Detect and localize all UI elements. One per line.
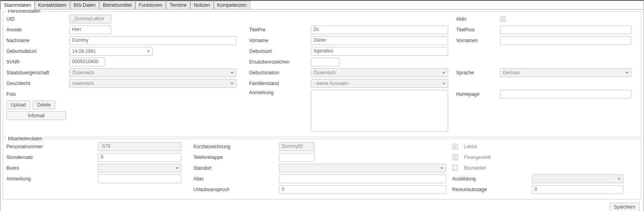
urlaubsanspruch-field[interactable]: 0 [279,185,446,194]
homepage-label: Homepage [456,91,500,97]
familienstand-label: Familienstand [249,81,311,86]
upload-button[interactable]: Upload [6,101,30,109]
bismelden-checkbox[interactable] [452,165,458,170]
anmerkung-label: Anmerkung [249,90,311,95]
personendaten-col1: UID _DummyLektor Anrede Herr Nachname Du… [6,15,237,134]
familienstand-value: --keine Auswahl-- [314,81,351,86]
mitarbeiterdaten-fieldset: Mitarbeiterdaten Personalnummer -579 Stu… [3,139,641,199]
vorname-field[interactable]: Dieter [311,36,448,45]
titelpost-label: TitelPost [456,27,500,33]
tab-label: Notizen [194,2,210,8]
anrede-field[interactable]: Herr [69,25,111,34]
resturlaubstage-label: Resturlaubstage [452,187,532,192]
personendaten-col3: Aktiv TitelPost Vornamen Sprache German [456,15,635,134]
uid-field: _DummyLektor [69,15,111,23]
infomail-button[interactable]: Infomail [6,111,66,120]
anmerkung-m-field[interactable] [98,174,181,183]
tab-label: BIS-Daten [74,2,96,8]
buero-field[interactable] [98,164,181,172]
mitarbeiter-col3: Lektor Fixangestellt Bismelden Ausbildun… [452,142,627,196]
sprache-value: German [503,70,520,75]
chevron-down-icon [617,178,621,180]
tab-label: Betriebsmittel [103,2,132,8]
urlaubsanspruch-label: Urlaubsanspruch [193,187,279,192]
geschlecht-field[interactable]: maennlich [69,79,236,88]
alias-label: Alias [193,176,279,182]
geburtsdatum-field[interactable]: 14.09.1981 [69,47,153,56]
titelpre-label: TitelPre [249,27,311,33]
vorname-label: Vorname [249,38,311,43]
chevron-down-icon [176,167,179,169]
kurzbezeichnung-field: DummyDi [279,142,315,151]
mitarbeiter-col2: Kurzbezeichnung DummyDi Telefonklappe St… [193,142,448,196]
bismelden-label: Bismelden [464,165,486,171]
nachname-label: Nachname [6,38,69,43]
stundensatz-field[interactable]: 0 [98,153,181,162]
tab-notizen[interactable]: Notizen [190,1,214,9]
personendaten-fieldset: Personendaten UID _DummyLektor Anrede He… [3,11,641,137]
fixangestellt-checkbox[interactable] [452,155,458,160]
standort-label: Standort [193,165,279,171]
homepage-field[interactable] [500,90,631,99]
geburtsort-label: Geburtsort [249,48,311,54]
tab-label: Kompetenzen [217,2,247,8]
ersatzkennzeichen-label: Ersatzkennzeichen [249,59,311,65]
tab-stammdaten[interactable]: Stammdaten [0,1,35,10]
tab-funktionen[interactable]: Funktionen [135,1,166,9]
titelpost-field[interactable] [500,25,631,34]
geschlecht-value: maennlich [72,81,94,86]
tab-label: Termine [170,2,187,8]
tab-label: Stammdaten [4,2,31,8]
tab-betriebsmittel[interactable]: Betriebsmittel [99,1,135,9]
tab-bisdaten[interactable]: BIS-Daten [70,1,99,9]
svnr-label: SVNR [6,59,69,65]
tab-kompetenzen[interactable]: Kompetenzen [214,1,250,9]
chevron-down-icon [442,72,445,74]
geburtsnation-field[interactable]: Österreich [311,68,448,77]
familienstand-field[interactable]: --keine Auswahl-- [311,79,448,88]
buero-label: Buero [6,165,98,171]
personalnummer-field: -579 [98,142,181,151]
resturlaubstage-field[interactable]: 0 [532,185,623,194]
ausbildung-label: Ausbildung [452,176,532,182]
staatsbuergerschaft-field[interactable]: Österreich [69,68,236,77]
tab-label: Kontaktdaten [38,2,66,8]
stundensatz-label: Stundensatz [6,155,98,160]
geburtsdatum-value: 14.09.1981 [72,48,96,54]
tab-termine[interactable]: Termine [166,1,190,9]
chevron-down-icon [440,167,443,169]
personendaten-col2: TitelPre Dr. Vorname Dieter Geburtsort I… [249,15,448,134]
lektor-checkbox[interactable] [452,144,458,149]
sprache-field[interactable]: German [500,68,631,77]
anmerkung-field[interactable] [311,90,448,132]
standort-field[interactable] [279,164,446,172]
aktiv-checkbox[interactable] [500,16,505,22]
mitarbeiterdaten-legend: Mitarbeiterdaten [6,136,44,141]
geburtsnation-label: Geburtsnation [249,70,311,75]
svnr-field[interactable]: 0005010400 [69,58,105,66]
vornamen-field[interactable] [500,36,631,45]
ersatzkennzeichen-field[interactable] [311,58,340,66]
ausbildung-field[interactable] [532,174,623,183]
staatsbuergerschaft-label: Staatsbuergerschaft [6,70,69,75]
tab-kontaktdaten[interactable]: Kontaktdaten [35,1,70,9]
telefonklappe-label: Telefonklappe [193,155,279,160]
chevron-down-icon [230,72,234,74]
delete-button[interactable]: Delete [33,101,55,109]
save-button[interactable]: Speichern [609,203,640,211]
anmerkung-m-label: Anmerkung [6,176,98,182]
save-row: Speichern [0,201,644,211]
anrede-label: Anrede [6,27,69,33]
tab-bar: Stammdaten Kontaktdaten BIS-Daten Betrie… [0,1,644,10]
titelpre-field[interactable]: Dr. [311,25,448,34]
geburtsort-field[interactable]: Irgendwo [311,47,448,56]
staatsbuergerschaft-value: Österreich [72,70,94,75]
fixangestellt-label: Fixangestellt [464,155,491,160]
personalnummer-label: Personalnummer [6,144,98,149]
alias-field[interactable] [279,174,446,183]
page-root: Stammdaten Kontaktdaten BIS-Daten Betrie… [0,0,644,211]
chevron-down-icon [442,83,445,85]
telefonklappe-field[interactable] [279,153,315,162]
nachname-field[interactable]: Dummy [69,36,236,45]
vornamen-label: Vornamen [456,38,500,43]
